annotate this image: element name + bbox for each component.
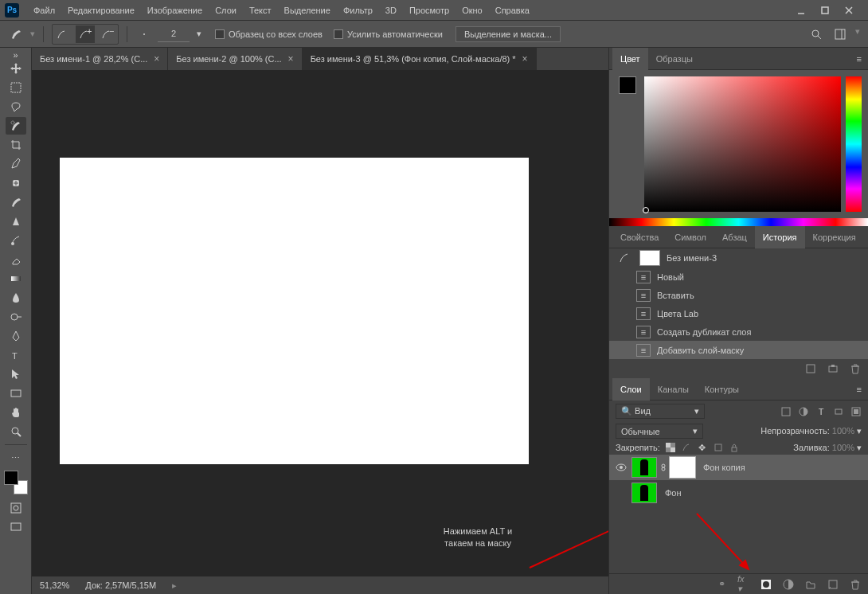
history-step[interactable]: ≡Добавить слой-маску: [609, 341, 868, 359]
new-layer-icon[interactable]: [827, 578, 839, 591]
menu-help[interactable]: Справка: [489, 0, 536, 21]
filter-adjust-icon[interactable]: [798, 406, 809, 417]
maximize-button[interactable]: [819, 4, 831, 17]
lock-image-icon[interactable]: [681, 442, 692, 453]
layer-filter-kind[interactable]: 🔍 Вид▾: [616, 404, 705, 419]
layer-thumbnail[interactable]: [631, 457, 657, 478]
tab-paragraph[interactable]: Абзац: [714, 226, 755, 248]
opacity-value[interactable]: 100%: [832, 426, 854, 436]
screen-mode-toggle[interactable]: [6, 518, 26, 536]
selection-subtract[interactable]: −: [98, 25, 117, 43]
lock-artboard-icon[interactable]: [713, 442, 724, 453]
spectrum-strip[interactable]: [609, 218, 868, 226]
history-step[interactable]: ≡Цвета Lab: [609, 304, 868, 322]
current-tool-icon[interactable]: [8, 26, 25, 42]
link-layers-icon[interactable]: ⚭: [715, 578, 728, 591]
layer-row[interactable]: Фон копия: [609, 455, 868, 480]
clone-stamp-tool[interactable]: [6, 213, 26, 230]
hand-tool[interactable]: [6, 404, 26, 421]
path-selection-tool[interactable]: [6, 365, 26, 383]
select-and-mask-button[interactable]: Выделение и маска...: [456, 26, 561, 42]
zoom-readout[interactable]: 51,32%: [40, 580, 69, 590]
filter-pixel-icon[interactable]: [780, 406, 792, 417]
adjustment-layer-icon[interactable]: [782, 578, 795, 591]
trash-icon[interactable]: [849, 362, 862, 375]
marquee-tool[interactable]: [6, 79, 26, 96]
menu-select[interactable]: Выделение: [278, 0, 337, 21]
layer-thumbnail[interactable]: [631, 483, 657, 503]
menu-edit[interactable]: Редактирование: [61, 0, 141, 21]
history-brush-tool[interactable]: [6, 232, 26, 249]
dodge-tool[interactable]: [6, 308, 26, 326]
toolbox-expand[interactable]: »: [2, 51, 30, 59]
rectangle-tool[interactable]: [6, 385, 26, 402]
eyedropper-tool[interactable]: [6, 155, 26, 173]
panel-foreground-swatch[interactable]: [619, 76, 636, 94]
gradient-tool[interactable]: [6, 270, 26, 287]
lasso-tool[interactable]: [6, 98, 26, 115]
brush-preview[interactable]: [135, 26, 153, 42]
panel-menu-icon[interactable]: ≡: [850, 54, 868, 64]
quick-selection-tool[interactable]: [6, 117, 26, 135]
tab-adjustments[interactable]: Коррекция: [805, 226, 864, 248]
doc-size-readout[interactable]: Док: 2,57M/5,15M: [85, 580, 156, 590]
snapshot-icon[interactable]: [827, 362, 839, 375]
healing-brush-tool[interactable]: [6, 174, 26, 192]
visibility-toggle[interactable]: [614, 486, 628, 500]
menu-text[interactable]: Текст: [243, 0, 278, 21]
search-icon[interactable]: [807, 26, 825, 42]
layer-fx-icon[interactable]: fx ▾: [737, 578, 750, 591]
tab-channels[interactable]: Каналы: [650, 378, 697, 401]
menu-layers[interactable]: Слои: [209, 0, 243, 21]
brush-size-dropdown[interactable]: ▾: [194, 29, 204, 39]
pen-tool[interactable]: [6, 327, 26, 345]
auto-enhance-checkbox[interactable]: Усилить автоматически: [334, 29, 443, 39]
trash-icon[interactable]: [849, 578, 862, 591]
history-step[interactable]: ≡Новый: [609, 268, 868, 286]
color-swatches[interactable]: [4, 471, 28, 494]
brush-size-field[interactable]: 2: [158, 26, 190, 42]
tab-color[interactable]: Цвет: [612, 48, 648, 70]
brush-tool[interactable]: [6, 193, 26, 211]
close-icon[interactable]: ×: [154, 53, 159, 64]
history-snapshot-thumb[interactable]: [639, 250, 660, 266]
crop-tool[interactable]: [6, 136, 26, 154]
sample-all-layers-checkbox[interactable]: Образец со всех слоев: [215, 29, 323, 39]
close-button[interactable]: [843, 4, 855, 17]
hue-slider[interactable]: [846, 76, 862, 212]
canvas-viewport[interactable]: Нажимаем ALT и такаем на маску: [32, 70, 608, 576]
tab-swatches[interactable]: Образцы: [648, 48, 701, 70]
layer-name[interactable]: Фон: [665, 488, 682, 498]
tab-history[interactable]: История: [755, 226, 805, 248]
lock-all-icon[interactable]: [729, 442, 740, 453]
selection-new[interactable]: [53, 25, 72, 43]
workspace-icon[interactable]: [831, 26, 849, 42]
tab-layers[interactable]: Слои: [612, 378, 650, 401]
tab-paths[interactable]: Контуры: [697, 378, 747, 401]
mask-thumbnail[interactable]: [670, 457, 695, 478]
quick-mask-toggle[interactable]: [6, 499, 26, 517]
panel-menu-icon[interactable]: ≡: [850, 385, 868, 394]
edit-toolbar[interactable]: ⋯: [6, 449, 26, 467]
close-icon[interactable]: ×: [522, 53, 528, 64]
filter-smart-icon[interactable]: [850, 406, 862, 417]
type-tool[interactable]: T: [6, 346, 26, 364]
new-doc-from-state-icon[interactable]: [804, 362, 817, 375]
blend-mode-select[interactable]: Обычные▾: [616, 424, 703, 439]
add-mask-icon[interactable]: [760, 578, 772, 591]
eraser-tool[interactable]: [6, 251, 26, 268]
tab-properties[interactable]: Свойства: [612, 226, 667, 248]
menu-view[interactable]: Просмотр: [403, 0, 456, 21]
history-step[interactable]: ≡Вставить: [609, 286, 868, 304]
fill-value[interactable]: 100%: [832, 443, 854, 452]
new-group-icon[interactable]: [804, 578, 817, 591]
menu-image[interactable]: Изображение: [141, 0, 209, 21]
foreground-color[interactable]: [4, 471, 18, 485]
move-tool[interactable]: [6, 60, 26, 77]
layer-name[interactable]: Фон копия: [703, 463, 745, 472]
selection-add[interactable]: +: [76, 25, 95, 43]
lock-transparency-icon[interactable]: [665, 442, 676, 453]
document-tab[interactable]: Без имени-2 @ 100% (С...×: [168, 48, 302, 70]
visibility-toggle[interactable]: [614, 460, 628, 475]
history-step[interactable]: ≡Создать дубликат слоя: [609, 322, 868, 341]
